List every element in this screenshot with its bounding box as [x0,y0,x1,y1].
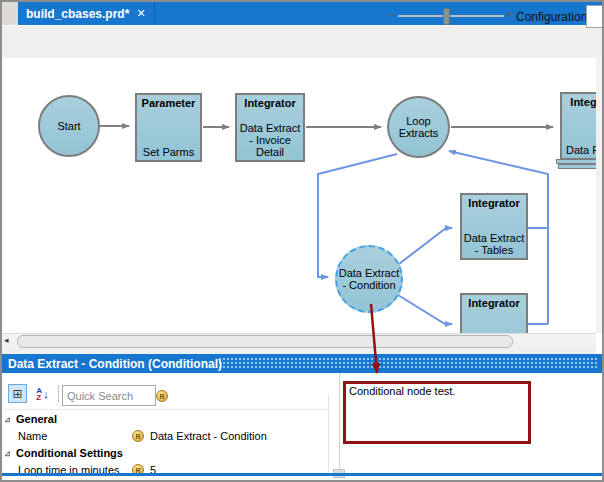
annotation-text: Conditional node test. [349,385,455,397]
node-integrator-right[interactable]: Integrator Data P [560,92,596,160]
collapse-icon[interactable]: ⊿ [4,415,16,424]
collapse-icon[interactable]: ⊿ [4,449,16,458]
zoom-out-button[interactable]: − [387,6,395,24]
grid-top-line [4,409,330,410]
scroll-left-arrow-icon[interactable]: ◂ [4,335,9,345]
quick-search-input[interactable] [62,385,156,406]
coin-icon: R [156,390,168,402]
node-integrator-bottom[interactable]: Integrator [460,293,528,333]
categorize-icon: ⊞ [12,387,22,401]
tab-title: build_cbases.prd* [26,7,129,21]
category-row-general[interactable]: ⊿ General [4,411,334,427]
node-integrator-invoice-detail[interactable]: Integrator Data Extract - Invoice Detail [235,93,305,162]
zoom-slider-track[interactable] [398,15,504,17]
panel-header-dots [218,357,598,370]
zoom-slider-thumb[interactable] [443,8,450,25]
property-value-name[interactable]: Data Extract - Condition [150,430,267,442]
horizontal-scrollbar-thumb[interactable] [17,335,513,348]
node-integrator-right-stack [558,164,596,169]
node-data-extract-condition[interactable]: Data Extract - Condition [335,245,403,313]
sort-alphabetical-button[interactable]: AZ ↓ [31,384,54,403]
zoom-toolbar [2,25,602,60]
node-parameter[interactable]: Parameter Set Parms [135,93,202,162]
panel-divider [339,373,340,473]
coin-icon: R [132,430,144,442]
tab-build-cbases[interactable]: build_cbases.prd* ✕ [18,2,155,25]
sort-az-icon: AZ [36,387,42,401]
zoom-in-button[interactable]: + [505,6,513,24]
grid-right-line [328,395,329,473]
categorize-view-button[interactable]: ⊞ [8,384,27,403]
node-integrator-tables[interactable]: Integrator Data Extract - Tables [460,193,528,260]
category-row-conditional-settings[interactable]: ⊿ Conditional Settings [4,445,334,461]
close-icon[interactable]: ✕ [136,7,145,20]
node-start[interactable]: Start [38,95,100,157]
property-row-name: Name R Data Extract - Condition [4,428,334,444]
sort-arrow-icon: ↓ [43,388,49,400]
node-loop-extracts[interactable]: Loop Extracts [387,96,450,158]
annotation-text-box[interactable]: Conditional node test. [343,381,531,444]
panel-header-title: Data Extract - Condition (Conditional) [8,357,222,371]
toolbar-separator [58,385,59,403]
canvas-vertical-scrollbar[interactable] [596,58,602,333]
app-window: build_cbases.prd* ✕ − + Configuration: S… [0,0,604,482]
configuration-dropdown[interactable] [586,5,604,28]
diagram-canvas[interactable]: Start Parameter Set Parms Integrator Dat… [2,58,596,333]
configuration-label: Configuration: [516,10,591,24]
tab-bar-notch [2,2,18,25]
panel-bottom-border [2,473,602,476]
